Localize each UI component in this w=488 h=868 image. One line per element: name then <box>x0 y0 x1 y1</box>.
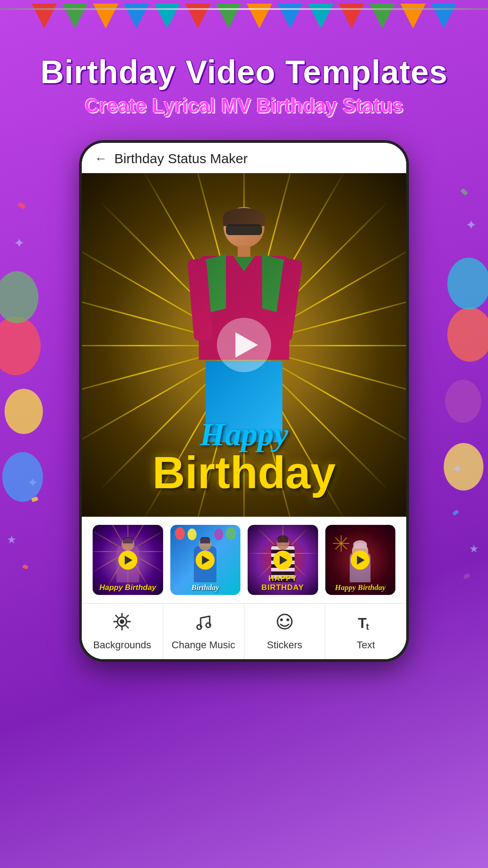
svg-line-8 <box>116 626 118 628</box>
play-button[interactable] <box>217 318 271 372</box>
change-music-label: Change Music <box>172 639 235 651</box>
thumb-label-2: Birthday <box>170 583 241 592</box>
flag-2 <box>62 4 88 28</box>
flag-7 <box>216 4 241 28</box>
svg-point-13 <box>280 618 283 621</box>
svg-line-5 <box>116 615 118 618</box>
bottom-toolbar: Backgrounds Change Music <box>82 603 406 659</box>
bunting-decoration <box>0 0 488 50</box>
svg-line-6 <box>126 626 128 628</box>
thumbnails-row: Happy Birthday Birthday <box>82 517 406 603</box>
backgrounds-icon <box>112 612 132 636</box>
thumb-play-2[interactable] <box>196 551 215 570</box>
header-area: Birthday Video Templates Create Lyrical … <box>0 54 488 117</box>
phone-mockup: ← Birthday Status Maker <box>79 140 409 662</box>
thumb-label-4: Happy Birthday <box>325 583 396 592</box>
toolbar-stickers[interactable]: Stickers <box>244 604 326 659</box>
stickers-icon <box>275 612 295 636</box>
thumb-play-1[interactable] <box>118 551 137 570</box>
back-button[interactable]: ← <box>94 151 107 166</box>
thumbnail-3[interactable]: HAPPY BIRTHDAY <box>248 525 318 595</box>
svg-point-10 <box>197 625 202 629</box>
video-preview-area: Happy Birthday <box>82 173 406 517</box>
stickers-label: Stickers <box>267 639 302 651</box>
bunting-rope <box>0 8 488 10</box>
play-triangle-icon <box>235 332 258 358</box>
thumb-play-3[interactable] <box>273 551 292 570</box>
thumb-label-1: Happy Birthday <box>93 583 163 592</box>
flag-9 <box>277 4 303 28</box>
flag-11 <box>339 4 364 28</box>
flag-3 <box>93 4 118 28</box>
thumbnail-4[interactable]: Happy Birthday <box>325 525 396 595</box>
svg-point-9 <box>120 619 124 624</box>
svg-line-7 <box>126 615 128 618</box>
thumb-play-4[interactable] <box>351 551 370 570</box>
text-icon: T t <box>356 612 376 636</box>
flag-12 <box>370 4 395 28</box>
svg-point-11 <box>206 623 211 627</box>
phone-topbar: ← Birthday Status Maker <box>82 143 406 173</box>
toolbar-backgrounds[interactable]: Backgrounds <box>82 604 163 659</box>
video-birthday-text: Birthday <box>82 447 406 499</box>
phone-screen-title: Birthday Status Maker <box>114 151 248 166</box>
thumbnail-2[interactable]: Birthday <box>170 525 241 595</box>
flag-5 <box>155 4 180 28</box>
main-title: Birthday Video Templates <box>18 54 470 90</box>
flag-6 <box>185 4 211 28</box>
flag-4 <box>124 4 149 28</box>
text-label: Text <box>357 639 375 651</box>
toolbar-text[interactable]: T t Text <box>325 604 406 659</box>
flag-13 <box>400 4 426 28</box>
flag-14 <box>431 4 456 28</box>
toolbar-change-music[interactable]: Change Music <box>163 604 244 659</box>
thumbnail-1[interactable]: Happy Birthday <box>93 525 163 595</box>
sub-title: Create Lyrical MV Birthday Status <box>18 94 470 117</box>
svg-point-14 <box>286 618 289 621</box>
flag-10 <box>308 4 333 28</box>
backgrounds-label: Backgrounds <box>93 639 151 651</box>
music-icon <box>193 612 213 636</box>
flag-1 <box>32 4 57 28</box>
svg-text:t: t <box>366 622 369 632</box>
flag-8 <box>247 4 272 28</box>
svg-text:T: T <box>358 615 367 631</box>
thumb-label-3: HAPPY BIRTHDAY <box>248 574 318 592</box>
